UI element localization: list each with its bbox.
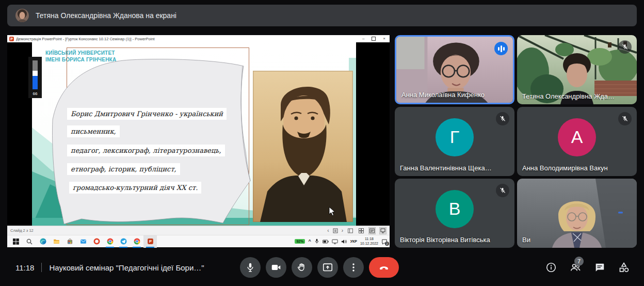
present-icon xyxy=(322,262,333,273)
tray-volume-icon[interactable] xyxy=(341,239,347,244)
taskbar-search-icon[interactable] xyxy=(23,235,36,248)
clock-widget[interactable]: 11:18 10.12.2022 xyxy=(360,237,378,246)
window-minimize-icon[interactable]: – xyxy=(362,37,364,41)
participant-name: Анна Володимирівна Вакун xyxy=(522,164,608,172)
taskbar-telegram-icon[interactable] xyxy=(117,235,130,248)
speaking-indicator-icon xyxy=(494,42,508,55)
previous-slide-icon[interactable]: ‹ xyxy=(327,228,329,233)
slideshow-view-icon[interactable] xyxy=(379,227,387,234)
tray-time: 11:18 xyxy=(360,237,378,242)
avatar-initial: Г xyxy=(436,118,474,156)
mic-off-icon xyxy=(618,112,632,125)
meet-app: Тетяна Олександрівна Жданова на екрані P… xyxy=(0,0,644,286)
chat-icon xyxy=(594,262,605,273)
presenting-banner: Тетяна Олександрівна Жданова на екрані xyxy=(7,5,637,26)
window-close-icon[interactable]: × xyxy=(383,37,385,41)
participant-tile-vytivska[interactable]: В Вікторія Вікторівна Витівська xyxy=(395,179,514,248)
slide-text-line-4: етнограф, історик, публіцист, xyxy=(67,163,180,175)
slide-text-line-3: педагог, лексикограф, літературознавець, xyxy=(67,145,225,156)
end-call-button[interactable] xyxy=(369,257,399,278)
svg-text:P: P xyxy=(149,239,151,244)
ppt-titlebar: P Демонстрація PowerPoint - [Гурток Конс… xyxy=(7,35,390,42)
battery-percent-badge[interactable]: 92% xyxy=(295,239,305,244)
hand-icon xyxy=(296,262,308,273)
meeting-title: Науковий семінар "Педагогічні ідеї Бори…… xyxy=(49,263,204,272)
powerpoint-icon: P xyxy=(9,37,14,41)
mic-off-icon xyxy=(618,40,632,54)
slide-sorter-view-icon[interactable] xyxy=(358,227,365,234)
participant-tile-zhdanova[interactable]: Тетяна Олександрівна Жда… xyxy=(517,35,637,104)
slide-text-line-5: громадсько-культурний діяч ХХ ст. xyxy=(69,182,201,194)
participant-tile-vakun[interactable]: А Анна Володимирівна Вакун xyxy=(517,107,637,176)
system-tray: 92% ^ УКР 11:18 10.12.2022 2 xyxy=(295,237,390,246)
screen-share-window: P Демонстрація PowerPoint - [Гурток Конс… xyxy=(7,35,390,248)
camera-icon xyxy=(270,262,282,273)
activities-button[interactable] xyxy=(618,261,630,274)
meeting-details-button[interactable] xyxy=(545,261,557,274)
mic-icon xyxy=(245,262,256,273)
magnifier-track-fill[interactable] xyxy=(33,76,38,89)
mic-button[interactable] xyxy=(240,257,261,278)
chat-button[interactable] xyxy=(593,261,606,274)
window-maximize-icon[interactable] xyxy=(372,37,376,41)
raise-hand-button[interactable] xyxy=(292,257,312,278)
taskbar-mail-icon[interactable] xyxy=(76,235,90,248)
present-button[interactable] xyxy=(317,257,338,278)
participant-tile-shcheka[interactable]: Г Ганна Валентинівнна Щека… xyxy=(395,107,514,176)
participant-name: Анна Миколаївна Кифенко xyxy=(401,91,485,99)
start-button-icon[interactable] xyxy=(9,235,23,248)
avatar-image xyxy=(15,9,29,22)
meeting-clock: 11:18 xyxy=(15,263,34,272)
tray-mic-icon[interactable] xyxy=(314,239,319,244)
windows-taskbar: P 92% ^ УКР 11:18 10.12.2022 2 xyxy=(7,235,390,247)
info-icon xyxy=(545,262,557,273)
participant-tile-self[interactable]: Ви xyxy=(517,179,637,248)
tray-expand-icon[interactable]: ^ xyxy=(308,239,311,244)
more-vert-icon xyxy=(348,262,359,273)
taskbar-chrome-icon[interactable] xyxy=(103,235,117,248)
language-indicator[interactable]: УКР xyxy=(350,240,357,243)
next-slide-icon[interactable]: › xyxy=(342,228,343,233)
hrinchenko-portrait-photo xyxy=(253,71,353,222)
slide-text-line-1: Борис Дмитрович Грінченко - український xyxy=(67,108,227,120)
magnifier-thumb[interactable] xyxy=(33,71,38,76)
more-options-button[interactable] xyxy=(343,257,364,278)
participants-button[interactable]: 7 xyxy=(569,261,582,274)
self-label: Ви xyxy=(522,236,530,244)
slide: КИЇВСЬКИЙ УНІВЕРСИТЕТ ІМЕНІ БОРИСА ГРІНЧ… xyxy=(32,42,356,226)
camera-button[interactable] xyxy=(266,257,286,278)
magnifier-track-upper[interactable] xyxy=(33,60,38,71)
normal-view-icon[interactable] xyxy=(347,227,354,234)
taskbar-edge-icon[interactable] xyxy=(36,235,50,248)
end-call-icon xyxy=(378,261,390,274)
tray-network-icon[interactable] xyxy=(332,239,338,244)
activities-icon xyxy=(618,261,630,274)
action-center-icon[interactable]: 2 xyxy=(381,239,388,245)
screen-magnifier-panel: 66 xyxy=(28,57,42,98)
presenting-banner-text: Тетяна Олександрівна Жданова на екрані xyxy=(36,11,176,20)
slide-counter: Слайд 2 з 12 xyxy=(10,228,34,233)
taskbar-store-icon[interactable] xyxy=(63,235,76,248)
avatar-initial: В xyxy=(436,190,474,228)
taskbar-file-explorer-icon[interactable] xyxy=(50,235,63,248)
notification-count-badge: 2 xyxy=(385,242,389,246)
taskbar-office-icon[interactable] xyxy=(90,235,103,248)
magnifier-value: 66 xyxy=(33,91,38,96)
participant-grid: Анна Миколаївна Кифенко xyxy=(395,35,637,248)
presenter-avatar xyxy=(15,9,29,22)
tray-date: 10.12.2022 xyxy=(360,242,378,246)
ppt-window-title: Демонстрація PowerPoint - [Гурток Консон… xyxy=(16,37,362,41)
ppt-status-bar: Слайд 2 з 12 ‹ › xyxy=(7,226,390,235)
slide-menu-icon[interactable] xyxy=(333,228,338,233)
taskbar-powerpoint-icon[interactable]: P xyxy=(143,235,157,248)
participant-name: Ганна Валентинівнна Щека… xyxy=(400,164,492,172)
divider xyxy=(41,263,42,272)
tray-battery-icon[interactable] xyxy=(323,239,329,244)
taskbar-chrome2-icon[interactable] xyxy=(130,235,143,248)
call-control-bar: 11:18 Науковий семінар "Педагогічні ідеї… xyxy=(0,249,644,286)
mouse-cursor xyxy=(329,206,335,216)
reading-view-icon[interactable] xyxy=(368,227,376,234)
mic-off-icon xyxy=(496,184,509,197)
participant-tile-kyfenko[interactable]: Анна Миколаївна Кифенко xyxy=(395,35,514,104)
self-video xyxy=(517,179,637,248)
